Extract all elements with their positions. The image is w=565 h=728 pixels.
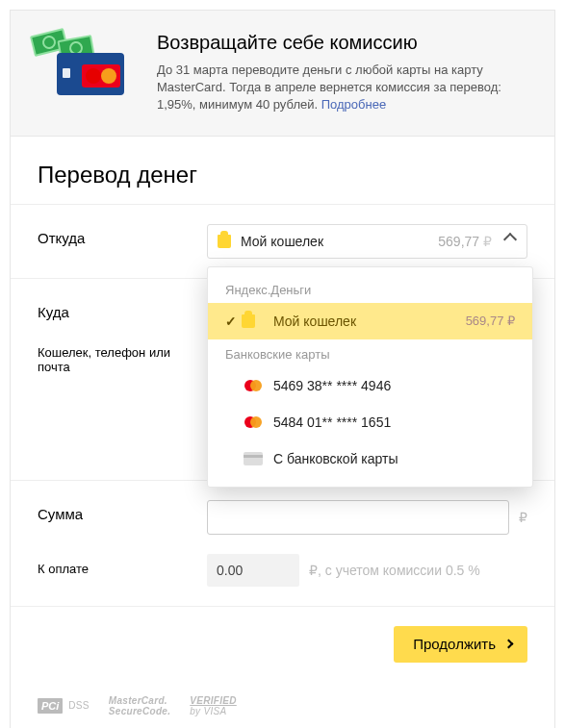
sum-label: Сумма: [38, 500, 192, 522]
promo-illustration: [30, 32, 138, 93]
chevron-up-icon: [503, 232, 517, 245]
topay-note: ₽, с учетом комиссии 0.5 %: [309, 563, 480, 578]
recipient-helper-label: Кошелек, телефон или почта: [38, 341, 192, 374]
dropdown-item-card[interactable]: 5484 01** **** 1651: [208, 404, 532, 440]
promo-title: Возвращайте себе комиссию: [157, 32, 527, 54]
dropdown-group-wallets: Яндекс.Деньги: [208, 275, 532, 303]
dropdown-group-cards: Банковские карты: [208, 339, 532, 367]
sum-input[interactable]: [207, 500, 509, 535]
from-select[interactable]: Мой кошелек 569,77 ₽: [207, 224, 527, 259]
currency-rub: ₽: [519, 510, 527, 525]
promo-more-link[interactable]: Подробнее: [321, 97, 386, 112]
check-icon: ✓: [225, 314, 243, 329]
mastercard-icon: [244, 416, 262, 428]
dropdown-item-other-card[interactable]: С банковской карты: [208, 440, 532, 477]
from-label: Откуда: [38, 224, 192, 246]
promo-banner: Возвращайте себе комиссию До 31 марта пе…: [11, 11, 554, 137]
chevron-right-icon: [504, 640, 514, 649]
pci-dss-logo: PCiDSS: [38, 695, 90, 716]
topay-value: 0.00: [207, 554, 299, 587]
mastercard-icon: [244, 380, 262, 391]
dropdown-item-wallet[interactable]: ✓ Мой кошелек 569,77 ₽: [208, 303, 532, 339]
continue-button[interactable]: Продолжить: [394, 626, 527, 663]
dropdown-item-card[interactable]: 5469 38** **** 4946: [208, 367, 532, 404]
to-label: Куда: [38, 298, 192, 320]
card-icon: [244, 452, 263, 465]
mastercard-securecode-logo: MasterCard.SecureCode.: [109, 695, 170, 716]
topay-label: К оплате: [38, 554, 192, 576]
from-dropdown: Яндекс.Деньги ✓ Мой кошелек 569,77 ₽ Бан…: [207, 266, 533, 488]
from-select-value: Мой кошелек: [241, 234, 323, 249]
promo-body: До 31 марта переводите деньги с любой ка…: [157, 62, 527, 114]
wallet-icon: [218, 235, 231, 248]
verified-by-visa-logo: VERIFIEDby VISA: [190, 695, 237, 716]
wallet-icon: [242, 314, 255, 328]
security-logos: PCiDSS MasterCard.SecureCode. VERIFIEDby…: [11, 684, 554, 728]
page-title: Перевод денег: [38, 162, 527, 204]
